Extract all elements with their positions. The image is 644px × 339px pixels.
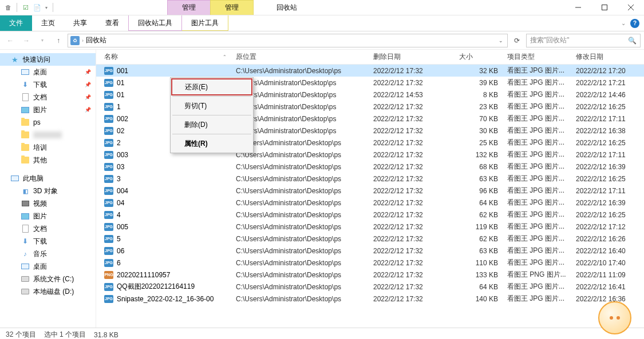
star-icon: ★ [10, 55, 19, 64]
file-row[interactable]: PNG20220211110957C:\Users\Administrator\… [96, 269, 644, 281]
nav-pictures[interactable]: 图片📌 [0, 103, 96, 116]
cell-date-deleted: 2022/2/12 17:32 [370, 259, 456, 267]
computer-icon [10, 174, 19, 183]
file-row[interactable]: JPG3C:\Users\Administrator\Desktop\ps202… [96, 173, 644, 185]
up-button[interactable]: ↑ [52, 34, 65, 47]
col-item-type[interactable]: 项目类型 [504, 52, 572, 62]
address-dropdown-icon[interactable]: ⌄ [497, 38, 505, 43]
folder-icon [21, 155, 30, 165]
forward-button[interactable]: → [19, 34, 33, 47]
file-row[interactable]: JPG001C:\Users\Administrator\Desktop\ps2… [96, 65, 644, 77]
nav-3d-objects[interactable]: ◧3D 对象 [0, 185, 96, 197]
nav-downloads-2[interactable]: ⬇下载 [0, 235, 96, 248]
address-bar[interactable]: ♻ › 回收站 ⌄ [68, 34, 508, 47]
file-row[interactable]: JPG06C:\Users\Administrator\Desktop\ps20… [96, 245, 644, 257]
maximize-button[interactable] [591, 0, 618, 15]
picture-icon [21, 212, 30, 221]
minimize-button[interactable] [565, 0, 591, 15]
file-row[interactable]: JPG004C:\Users\Administrator\Desktop\ps2… [96, 185, 644, 197]
folder-icon [21, 130, 30, 139]
file-row[interactable]: JPG6C:\Users\Administrator\Desktop\ps202… [96, 257, 644, 269]
cell-original-location: C:\Users\Administrator\Desktop\ps [232, 67, 370, 75]
tab-recycle-tools[interactable]: 回收站工具 [128, 15, 182, 31]
contextual-tab-group: 管理 管理 [167, 0, 254, 15]
tab-home[interactable]: 主页 [32, 15, 64, 31]
nav-music[interactable]: ♪音乐 [0, 248, 96, 260]
tab-share[interactable]: 共享 [64, 15, 96, 31]
nav-quick-access[interactable]: ★快速访问 [0, 53, 96, 66]
ctx-cut[interactable]: 剪切(T) [172, 98, 252, 114]
nav-local-drive[interactable]: 本地磁盘 (D:) [0, 285, 96, 298]
cell-original-location: C:\Users\Administrator\Desktop\ps [232, 271, 370, 279]
file-row[interactable]: JPGQQ截图20220212164119C:\Users\Administra… [96, 281, 644, 293]
file-type-icon: JPG [104, 235, 113, 243]
cell-original-location: C:\Users\Administrator\Desktop\ps [232, 259, 370, 267]
nav-training[interactable]: 培训 [0, 141, 96, 154]
search-icon[interactable]: 🔍 [628, 37, 637, 45]
col-date-modified[interactable]: 修改日期 [572, 52, 641, 62]
new-folder-icon[interactable]: 📄 [33, 3, 42, 12]
breadcrumb-root[interactable]: 回收站 [86, 35, 106, 45]
chevron-right-icon[interactable]: › [82, 38, 84, 43]
qat-dropdown-icon[interactable]: ▾ [44, 5, 49, 10]
close-button[interactable] [618, 0, 644, 15]
file-row[interactable]: JPG4C:\Users\Administrator\Desktop\ps202… [96, 209, 644, 221]
nav-pictures-2[interactable]: 图片 [0, 210, 96, 222]
file-row[interactable]: JPG005C:\Users\Administrator\Desktop\ps2… [96, 221, 644, 233]
cell-original-location: C:\Users\Administrator\Desktop\ps [232, 283, 370, 291]
separator [53, 3, 53, 12]
file-row[interactable]: JPG03C:\Users\Administrator\Desktop\ps20… [96, 161, 644, 173]
sort-indicator-icon: ⌃ [223, 54, 227, 59]
nav-system-drive[interactable]: 系统文件 (C:) [0, 273, 96, 285]
nav-blurred-folder[interactable] [0, 129, 96, 141]
navigation-pane[interactable]: ★快速访问 桌面📌 ⬇下载📌 文档📌 图片📌 ps 培训 其他 此电脑 ◧3D … [0, 50, 96, 328]
recent-locations-icon[interactable]: ▾ [35, 34, 49, 47]
nav-ps[interactable]: ps [0, 116, 96, 129]
col-size[interactable]: 大小 [456, 52, 504, 62]
cell-item-type: 看图王 JPG 图片... [504, 198, 572, 208]
cell-name: JPGSnipaste_2022-02-12_16-36-00 [101, 295, 232, 303]
col-date-deleted[interactable]: 删除日期 [370, 52, 456, 62]
cell-date-deleted: 2022/2/12 17:32 [370, 199, 456, 207]
ribbon-tabs: 文件 主页 共享 查看 回收站工具 图片工具 ⌄ ? [0, 15, 644, 31]
col-original-location[interactable]: 原位置 [232, 52, 370, 62]
cell-date-deleted: 2022/2/12 17:32 [370, 151, 456, 159]
file-row[interactable]: JPGSnipaste_2022-02-12_16-36-00C:\Users\… [96, 293, 644, 305]
nav-other[interactable]: 其他 [0, 154, 96, 166]
pin-icon: 📌 [85, 107, 91, 113]
tab-file[interactable]: 文件 [0, 15, 32, 31]
tab-picture-tools[interactable]: 图片工具 [182, 15, 228, 31]
nav-this-pc[interactable]: 此电脑 [0, 172, 96, 185]
nav-downloads[interactable]: ⬇下载📌 [0, 78, 96, 91]
col-name[interactable]: 名称⌃ [101, 52, 232, 62]
search-input[interactable]: 搜索"回收站" 🔍 [526, 34, 641, 47]
ctx-restore[interactable]: 还原(E) [171, 78, 252, 95]
cell-original-location: C:\Users\Administrator\Desktop\ps [232, 223, 370, 231]
help-icon[interactable]: ? [630, 19, 639, 28]
file-type-icon: JPG [104, 175, 113, 183]
file-row[interactable]: JPG04C:\Users\Administrator\Desktop\ps20… [96, 197, 644, 209]
nav-documents-2[interactable]: 文档 [0, 222, 96, 235]
status-item-count: 32 个项目 [6, 330, 36, 339]
nav-desktop-2[interactable]: 桌面 [0, 260, 96, 273]
back-button[interactable]: ← [3, 34, 17, 47]
tab-view[interactable]: 查看 [96, 15, 128, 31]
collapse-ribbon-icon[interactable]: ⌄ [621, 20, 626, 26]
nav-videos[interactable]: 视频 [0, 197, 96, 210]
status-selected-count: 选中 1 个项目 [44, 330, 86, 339]
3d-icon: ◧ [21, 186, 30, 196]
cell-size: 30 KB [456, 127, 504, 135]
file-row[interactable]: JPG5C:\Users\Administrator\Desktop\ps202… [96, 233, 644, 245]
refresh-button[interactable]: ⟳ [510, 34, 524, 47]
drive-icon [21, 274, 30, 284]
ctx-delete[interactable]: 删除(D) [172, 117, 252, 133]
assistant-badge[interactable] [598, 301, 631, 334]
ctx-properties[interactable]: 属性(R) [172, 135, 252, 151]
nav-documents[interactable]: 文档📌 [0, 91, 96, 103]
contextual-tab-picture: 管理 [210, 0, 254, 15]
properties-icon[interactable]: ☑ [21, 3, 30, 12]
cell-name: JPGQQ截图20220212164119 [101, 282, 232, 292]
title-bar: 🗑 ☑ 📄 ▾ 管理 管理 回收站 [0, 0, 644, 15]
nav-desktop[interactable]: 桌面📌 [0, 66, 96, 78]
cell-date-deleted: 2022/2/12 17:32 [370, 67, 456, 75]
